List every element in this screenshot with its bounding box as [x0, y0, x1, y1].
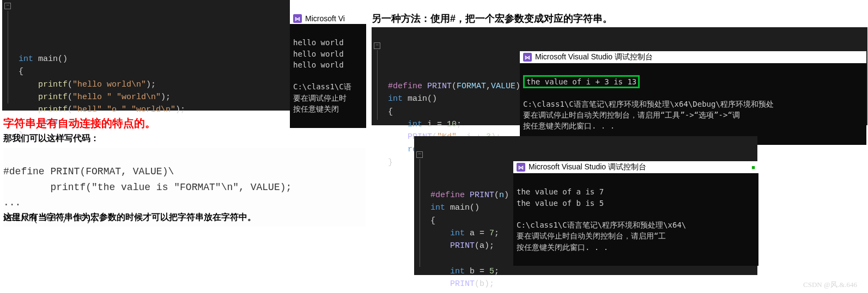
out-line: hello world: [293, 60, 344, 69]
kw-int: int: [430, 203, 445, 212]
brace-close: }: [388, 158, 393, 167]
semi: ;: [457, 120, 462, 129]
out-line: C:\class1\C语: [293, 82, 351, 91]
paren: (: [68, 105, 72, 114]
sp: [126, 105, 131, 114]
fold-line: [377, 50, 378, 120]
highlighted-output: the value of i + 3 is 13: [523, 75, 640, 88]
str: "hell": [72, 105, 102, 114]
str: "world\n": [117, 93, 161, 102]
pp-define: #define: [430, 191, 465, 200]
note-red: 字符串是有自动连接的特点的。: [3, 116, 156, 131]
heading-right: 另一种方法：使用#，把一个宏参数变成对应的字符串。: [372, 12, 612, 25]
console-2: ⋈ Microsoft Visual Studio 调试控制台 the valu…: [520, 51, 866, 145]
console-body-2: the value of i + 3 is 13 C:\class1\C语言笔记…: [520, 63, 866, 145]
txt: b =: [465, 267, 489, 276]
semi: );: [161, 93, 171, 102]
fold-icon[interactable]: [374, 42, 380, 49]
sp: [102, 105, 107, 114]
paren: (: [68, 93, 72, 102]
console-title-text: Microsoft Visual Studio 调试控制台: [535, 52, 653, 62]
macro-param: VALUE: [491, 82, 515, 91]
paren: (: [68, 80, 72, 89]
sp: [112, 93, 117, 102]
console-title-2: ⋈ Microsoft Visual Studio 调试控制台: [520, 51, 866, 63]
light-line: ...: [3, 197, 21, 208]
code-block-1: int main() { printf("hello world\n"); pr…: [2, 0, 290, 111]
out-line: 要在调试停止时自动关闭控制台，请启用“工: [517, 231, 666, 240]
fold-line: [8, 11, 8, 103]
note-3: 这里只有当字符串作为宏参数的时候才可以把字符串放在字符中。: [3, 212, 256, 223]
fold-icon[interactable]: [4, 3, 11, 9]
watermark: CSDN @风.&.646: [803, 280, 857, 290]
brace-open: {: [19, 67, 23, 76]
console-3: ⋈ Microsoft Visual Studio 调试控制台 ■ the va…: [513, 161, 758, 266]
str: "world\n": [131, 105, 175, 114]
str: "hello ": [72, 93, 112, 102]
console-title-text: Microsoft Vi: [305, 14, 345, 23]
console-body-3: the value of a is 7 the value of b is 5 …: [513, 173, 758, 266]
kw-int: int: [388, 120, 422, 129]
txt: a =: [465, 229, 489, 238]
str: "o ": [107, 105, 126, 114]
vs-icon: ⋈: [517, 163, 525, 172]
semi: ;: [494, 267, 499, 276]
macro-param: FORMAT: [457, 82, 486, 91]
out-line: hello world: [293, 50, 344, 58]
out-line: 按任意键关闭: [293, 105, 339, 113]
semi: );: [175, 105, 185, 114]
light-line: #define PRINT(FORMAT, VALUE)\: [3, 166, 174, 177]
paren: ): [504, 191, 514, 200]
out-line: 按任意键关闭此窗口. . .: [523, 121, 615, 130]
out-line: 要在调试停止时: [293, 94, 347, 102]
txt: i =: [422, 120, 447, 129]
num: 5: [489, 267, 494, 276]
brace-open: {: [388, 107, 393, 117]
out-line: the value of b is 5: [517, 199, 604, 207]
fold-line: [420, 159, 420, 267]
macro-name: PRINT: [465, 191, 494, 200]
out-line: 按任意键关闭此窗口. . .: [517, 243, 608, 252]
light-line: printf("the value is "FORMAT"\n", VALUE)…: [3, 182, 292, 193]
out-line: C:\class1\C语言笔记\程序环境和预处理\x64\Debug\程序环境和…: [523, 100, 774, 108]
comma: ,: [486, 82, 491, 91]
console-title-1: ⋈ Microsoft Vi: [290, 13, 366, 24]
kw-int: int: [388, 94, 403, 103]
out-line: 要在调试停止时自动关闭控制台，请启用“工具”->“选项”->“调: [523, 111, 740, 119]
macro-name: PRINT: [422, 82, 452, 91]
vs-icon: ⋈: [523, 53, 532, 62]
gutter-1: [2, 0, 15, 111]
macro-call: PRINT: [430, 241, 475, 251]
pp-define: #define: [388, 82, 422, 91]
fn-printf: printf: [19, 105, 68, 114]
semi: ;: [494, 229, 499, 238]
gutter-2: [372, 27, 385, 125]
console-body-1: hello world hello world hello world C:\c…: [290, 24, 366, 128]
num: 10: [447, 120, 457, 129]
out-line: the value of a is 7: [517, 187, 604, 196]
fn-printf: printf: [19, 80, 68, 89]
fn-main: main(): [403, 94, 437, 103]
fn-main: main(): [445, 203, 479, 212]
str: "hello world\n": [72, 80, 146, 89]
out-line: hello world: [293, 38, 344, 47]
console-title-text: Microsoft Visual Studio 调试控制台: [529, 162, 646, 172]
semi: );: [146, 80, 156, 89]
macro-param: n: [499, 191, 504, 200]
out-line: C:\class1\C语言笔记\程序环境和预处理\x64\: [517, 221, 686, 229]
console-1: ⋈ Microsoft Vi hello world hello world h…: [290, 13, 366, 128]
brace-open: {: [430, 216, 435, 225]
fold-icon[interactable]: [416, 151, 423, 158]
fn-main: main(): [33, 54, 68, 64]
gutter-3: [414, 136, 427, 275]
vs-icon: ⋈: [293, 14, 302, 23]
paren: (: [452, 82, 457, 91]
note-2: 那我们可以这样写代码：: [3, 133, 99, 144]
txt: (a);: [475, 241, 494, 251]
kw-int: int: [430, 229, 465, 238]
dot-icon: ■: [751, 164, 755, 170]
fn-printf: printf: [19, 93, 68, 102]
num: 7: [489, 229, 494, 238]
kw-int: int: [430, 267, 465, 276]
console-title-3: ⋈ Microsoft Visual Studio 调试控制台 ■: [513, 161, 758, 173]
